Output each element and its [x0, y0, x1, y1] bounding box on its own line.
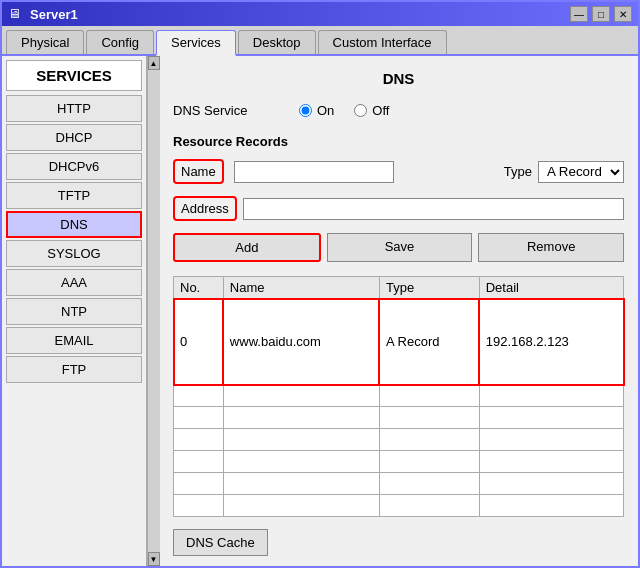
- dns-cache-button[interactable]: DNS Cache: [173, 529, 268, 556]
- sidebar-title: SERVICES: [6, 60, 142, 91]
- main-panel: DNS DNS Service On Off Resource Records: [159, 56, 638, 566]
- tab-config[interactable]: Config: [86, 30, 154, 54]
- sidebar-item-dhcpv6[interactable]: DHCPv6: [6, 153, 142, 180]
- cell-no: 0: [174, 299, 224, 385]
- title-bar-left: 🖥 Server1: [8, 6, 78, 22]
- empty-row-2: [174, 407, 624, 429]
- remove-button[interactable]: Remove: [478, 233, 624, 262]
- tab-desktop[interactable]: Desktop: [238, 30, 316, 54]
- radio-off-label: Off: [372, 103, 389, 118]
- sidebar-item-ftp[interactable]: FTP: [6, 356, 142, 383]
- sidebar-item-tftp[interactable]: TFTP: [6, 182, 142, 209]
- col-detail: Detail: [479, 277, 623, 299]
- address-label: Address: [173, 196, 237, 221]
- radio-off[interactable]: Off: [354, 103, 389, 118]
- records-table-section: No. Name Type Detail 0 www.baidu.com A R…: [173, 276, 624, 517]
- cell-detail: 192.168.2.123: [479, 299, 623, 385]
- records-table: No. Name Type Detail 0 www.baidu.com A R…: [173, 276, 624, 517]
- name-row: Name Type A Record: [173, 159, 624, 184]
- action-buttons: Add Save Remove: [173, 233, 624, 262]
- radio-on[interactable]: On: [299, 103, 334, 118]
- title-controls: — □ ✕: [570, 6, 632, 22]
- radio-on-label: On: [317, 103, 334, 118]
- dns-service-row: DNS Service On Off: [173, 99, 624, 122]
- type-group: Type A Record: [504, 161, 624, 183]
- scroll-down-arrow[interactable]: ▼: [148, 552, 160, 566]
- dns-service-label: DNS Service: [173, 103, 283, 118]
- add-button[interactable]: Add: [173, 233, 321, 262]
- empty-row-5: [174, 473, 624, 495]
- col-name: Name: [223, 277, 379, 299]
- content-area: SERVICES HTTP DHCP DHCPv6 TFTP DNS SYSLO…: [2, 56, 638, 566]
- sidebar: SERVICES HTTP DHCP DHCPv6 TFTP DNS SYSLO…: [2, 56, 147, 566]
- scroll-track[interactable]: [148, 70, 160, 552]
- radio-on-input[interactable]: [299, 104, 312, 117]
- name-label: Name: [173, 159, 224, 184]
- col-no: No.: [174, 277, 224, 299]
- name-input[interactable]: [234, 161, 394, 183]
- empty-row-4: [174, 451, 624, 473]
- window: 🖥 Server1 — □ ✕ Physical Config Services…: [0, 0, 640, 568]
- sidebar-item-email[interactable]: EMAIL: [6, 327, 142, 354]
- sidebar-item-dns[interactable]: DNS: [6, 211, 142, 238]
- address-input[interactable]: [243, 198, 624, 220]
- save-button[interactable]: Save: [327, 233, 473, 262]
- app-icon: 🖥: [8, 6, 24, 22]
- sidebar-scrollbar[interactable]: ▲ ▼: [147, 56, 159, 566]
- panel-title: DNS: [173, 66, 624, 91]
- tab-bar: Physical Config Services Desktop Custom …: [2, 26, 638, 56]
- empty-row-1: [174, 385, 624, 407]
- maximize-button[interactable]: □: [592, 6, 610, 22]
- tab-services[interactable]: Services: [156, 30, 236, 56]
- empty-row-6: [174, 495, 624, 517]
- sidebar-item-syslog[interactable]: SYSLOG: [6, 240, 142, 267]
- cell-type: A Record: [379, 299, 479, 385]
- empty-row-3: [174, 429, 624, 451]
- sidebar-item-http[interactable]: HTTP: [6, 95, 142, 122]
- title-bar: 🖥 Server1 — □ ✕: [2, 2, 638, 26]
- radio-off-input[interactable]: [354, 104, 367, 117]
- table-header-row: No. Name Type Detail: [174, 277, 624, 299]
- type-select[interactable]: A Record: [538, 161, 624, 183]
- window-title: Server1: [30, 7, 78, 22]
- type-label: Type: [504, 164, 532, 179]
- sidebar-item-ntp[interactable]: NTP: [6, 298, 142, 325]
- close-button[interactable]: ✕: [614, 6, 632, 22]
- resource-records-label: Resource Records: [173, 130, 624, 151]
- sidebar-item-dhcp[interactable]: DHCP: [6, 124, 142, 151]
- cell-name: www.baidu.com: [223, 299, 379, 385]
- tab-physical[interactable]: Physical: [6, 30, 84, 54]
- address-row: Address: [173, 196, 624, 221]
- tab-custom-interface[interactable]: Custom Interface: [318, 30, 447, 54]
- table-row[interactable]: 0 www.baidu.com A Record 192.168.2.123: [174, 299, 624, 385]
- dns-service-radio-group: On Off: [299, 103, 389, 118]
- scroll-up-arrow[interactable]: ▲: [148, 56, 160, 70]
- sidebar-item-aaa[interactable]: AAA: [6, 269, 142, 296]
- col-type: Type: [379, 277, 479, 299]
- minimize-button[interactable]: —: [570, 6, 588, 22]
